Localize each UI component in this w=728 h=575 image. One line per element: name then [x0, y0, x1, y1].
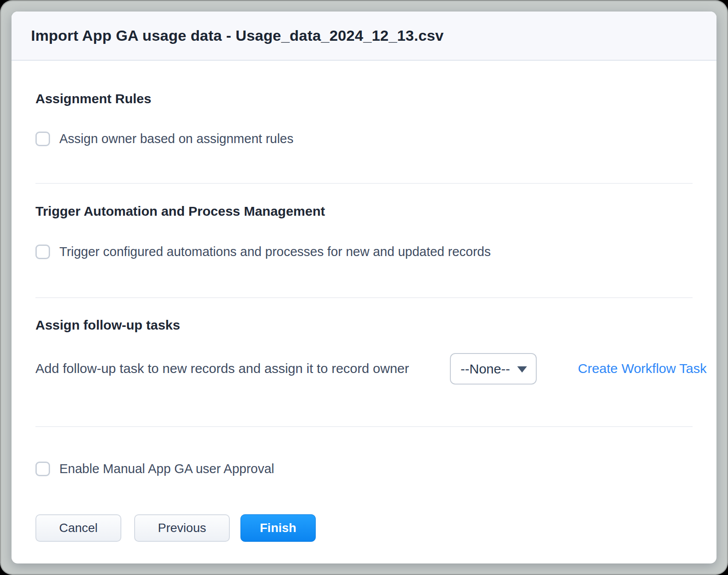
section-heading-follow-up-tasks: Assign follow-up tasks — [35, 317, 180, 334]
divider — [35, 297, 693, 298]
section-heading-trigger-automation: Trigger Automation and Process Managemen… — [35, 203, 325, 220]
workflow-task-dropdown-value: --None-- — [461, 361, 510, 377]
trigger-automations-checkbox-label: Trigger configured automations and proce… — [59, 244, 491, 260]
workflow-task-dropdown[interactable]: --None-- — [450, 353, 537, 385]
divider — [35, 183, 693, 184]
assign-owner-checkbox-label: Assign owner based on assignment rules — [59, 131, 294, 147]
manual-approval-checkbox-label: Enable Manual App GA user Approval — [59, 461, 274, 477]
dialog-title: Import App GA usage data - Usage_data_20… — [31, 27, 444, 44]
manual-approval-checkbox[interactable] — [35, 462, 50, 476]
section-heading-assignment-rules: Assignment Rules — [35, 90, 151, 107]
cancel-button[interactable]: Cancel — [35, 514, 121, 542]
assign-owner-checkbox[interactable] — [35, 132, 50, 146]
finish-button[interactable]: Finish — [240, 514, 316, 542]
trigger-automations-checkbox[interactable] — [35, 245, 50, 259]
create-workflow-task-link[interactable]: Create Workflow Task — [578, 361, 707, 377]
previous-button[interactable]: Previous — [134, 514, 230, 542]
dialog-header: Import App GA usage data - Usage_data_20… — [12, 12, 716, 61]
follow-up-task-label: Add follow-up task to new records and as… — [35, 361, 409, 377]
assign-owner-row: Assign owner based on assignment rules — [35, 131, 294, 147]
chevron-down-icon — [517, 366, 527, 373]
divider — [35, 426, 693, 427]
trigger-automations-row: Trigger configured automations and proce… — [35, 244, 491, 260]
manual-approval-row: Enable Manual App GA user Approval — [35, 461, 274, 477]
window-backdrop: Import App GA usage data - Usage_data_20… — [0, 0, 728, 575]
import-dialog: Import App GA usage data - Usage_data_20… — [12, 12, 716, 563]
